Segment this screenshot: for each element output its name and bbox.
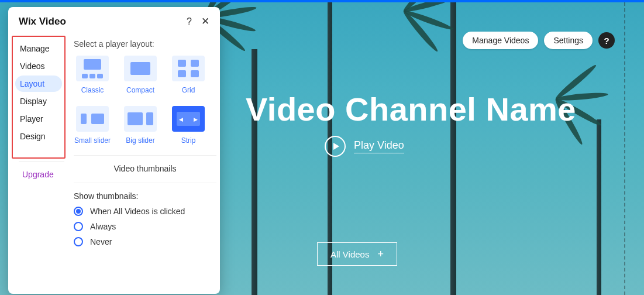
- sidebar-item-layout[interactable]: Layout: [15, 76, 62, 92]
- upgrade-link[interactable]: Upgrade: [22, 170, 54, 179]
- palm-trunk: [252, 49, 257, 295]
- layout-thumb-compact: [124, 56, 157, 81]
- layout-label: Small slider: [74, 136, 111, 145]
- radio-icon: [74, 222, 83, 231]
- help-icon[interactable]: ?: [598, 32, 615, 49]
- sidebar-item-player[interactable]: Player: [15, 111, 62, 127]
- panel-help-icon[interactable]: ?: [187, 16, 192, 27]
- thumbnails-label: Show thumbnails:: [74, 191, 216, 201]
- layout-label: Strip: [181, 136, 196, 145]
- widget-toolbar: Manage Videos Settings ?: [463, 32, 615, 49]
- section-divider: [74, 155, 216, 156]
- canvas-guide-line: [624, 2, 625, 295]
- layout-label: Classic: [81, 86, 104, 94]
- thumbnails-heading: Video thumbnails: [74, 164, 216, 173]
- layout-option-compact[interactable]: Compact: [122, 56, 159, 94]
- layout-thumb-big-slider: [124, 106, 157, 132]
- sidebar-item-videos[interactable]: Videos: [15, 58, 62, 74]
- panel-sidebar: Manage Videos Layout Display Player Desi…: [12, 36, 66, 159]
- all-videos-button[interactable]: All Videos +: [317, 242, 397, 266]
- radio-icon: [74, 237, 83, 246]
- layout-thumb-strip: ◀ ▶: [172, 106, 205, 132]
- radio-label-text: Never: [90, 237, 112, 246]
- panel-header: Wix Video ? ✕: [8, 7, 220, 33]
- thumbnails-option-always[interactable]: Always: [74, 222, 216, 231]
- all-videos-label: All Videos: [330, 249, 369, 259]
- thumbnails-option-never[interactable]: Never: [74, 237, 216, 246]
- radio-label-text: Always: [90, 222, 116, 231]
- layout-label: Big slider: [126, 136, 154, 145]
- video-channel-title: Video Channel Name: [246, 90, 603, 128]
- layout-thumb-classic: [76, 56, 109, 81]
- plus-icon: +: [377, 249, 384, 259]
- section-divider: [74, 183, 216, 183]
- radio-label-text: When All Videos is clicked: [90, 207, 185, 216]
- settings-button[interactable]: Settings: [544, 32, 593, 49]
- play-video-label: Play Video: [354, 139, 404, 153]
- close-icon[interactable]: ✕: [201, 15, 209, 28]
- layout-option-grid[interactable]: Grid: [170, 56, 207, 94]
- panel-content: Select a player layout: Classic Comp: [66, 33, 220, 294]
- layout-option-strip[interactable]: ◀ ▶ Strip: [170, 106, 207, 145]
- play-icon: [325, 136, 346, 157]
- play-video-button[interactable]: Play Video: [325, 136, 404, 157]
- panel-title: Wix Video: [19, 16, 66, 28]
- layout-option-small-slider[interactable]: Small slider: [74, 106, 111, 145]
- layout-prompt: Select a player layout:: [74, 39, 216, 49]
- layout-thumb-small-slider: [76, 106, 109, 132]
- sidebar-divider: [19, 162, 64, 162]
- manage-videos-button[interactable]: Manage Videos: [463, 32, 538, 49]
- layout-options-grid: Classic Compact Grid: [74, 56, 216, 145]
- layout-label: Grid: [182, 86, 195, 94]
- layout-option-big-slider[interactable]: Big slider: [122, 106, 159, 145]
- layout-label: Compact: [126, 86, 154, 94]
- palm-fronds: [205, 14, 310, 84]
- sidebar-item-design[interactable]: Design: [15, 128, 62, 145]
- thumbnails-option-when-clicked[interactable]: When All Videos is clicked: [74, 207, 216, 216]
- sidebar-item-manage[interactable]: Manage: [15, 40, 62, 57]
- wix-video-panel: Wix Video ? ✕ Manage Videos Layout Displ…: [8, 7, 220, 294]
- layout-thumb-grid: [172, 56, 205, 81]
- layout-option-classic[interactable]: Classic: [74, 56, 111, 94]
- radio-icon: [74, 207, 83, 216]
- sidebar-item-display[interactable]: Display: [15, 93, 62, 109]
